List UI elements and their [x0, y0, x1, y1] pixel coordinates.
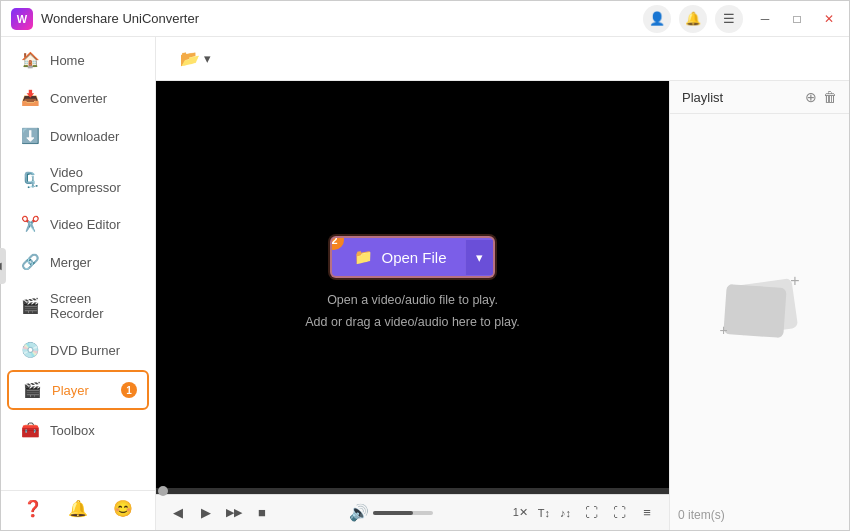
sidebar-item-toolbox-label: Toolbox — [50, 423, 95, 438]
add-files-arrow: ▾ — [204, 51, 211, 66]
bell-icon[interactable]: 🔔 — [679, 5, 707, 33]
toolbar: 📂 ▾ — [156, 37, 849, 81]
folder-icon: 📁 — [354, 248, 373, 266]
home-icon: 🏠 — [21, 51, 40, 69]
editor-icon: ✂️ — [21, 215, 40, 233]
open-file-dropdown[interactable]: ▾ — [465, 240, 493, 275]
progress-bar[interactable] — [156, 488, 669, 494]
app-logo: W — [11, 8, 33, 30]
open-file-label: Open File — [381, 249, 446, 266]
forward-button[interactable]: ▶▶ — [222, 501, 246, 525]
dropdown-arrow-icon: ▾ — [476, 250, 483, 265]
sidebar-item-converter[interactable]: 📥 Converter — [7, 80, 149, 116]
sidebar-item-recorder-label: Screen Recorder — [50, 291, 135, 321]
sidebar-item-home[interactable]: 🏠 Home — [7, 42, 149, 78]
sidebar: 🏠 Home 📥 Converter ⬇️ Downloader 🗜️ Vide… — [1, 37, 156, 530]
sidebar-item-player[interactable]: 🎬 Player 1 — [7, 370, 149, 410]
player-badge: 1 — [121, 382, 137, 398]
volume-area: 🔊 — [349, 503, 433, 522]
stop-button[interactable]: ■ — [250, 501, 274, 525]
player-icon: 🎬 — [23, 381, 42, 399]
sidebar-item-converter-label: Converter — [50, 91, 107, 106]
volume-fill — [373, 511, 413, 515]
sidebar-item-screen-recorder[interactable]: 🎬 Screen Recorder — [7, 282, 149, 330]
toolbox-icon: 🧰 — [21, 421, 40, 439]
add-files-button[interactable]: 📂 ▾ — [170, 44, 221, 73]
user-icon[interactable]: 👤 — [643, 5, 671, 33]
app-title: Wondershare UniConverter — [41, 11, 643, 26]
sidebar-item-downloader[interactable]: ⬇️ Downloader — [7, 118, 149, 154]
video-panel: 2 📁 Open File ▾ Open a video/audio file … — [156, 81, 669, 530]
more-options-button[interactable]: ≡ — [635, 501, 659, 525]
converter-icon: 📥 — [21, 89, 40, 107]
sidebar-item-compressor-label: Video Compressor — [50, 165, 135, 195]
sidebar-item-downloader-label: Downloader — [50, 129, 119, 144]
recorder-icon: 🎬 — [21, 297, 40, 315]
empty-card-2 — [723, 284, 786, 338]
sidebar-item-merger[interactable]: 🔗 Merger — [7, 244, 149, 280]
video-main: 2 📁 Open File ▾ Open a video/audio file … — [156, 81, 669, 488]
video-hint: Open a video/audio file to play. Add or … — [305, 290, 520, 333]
sidebar-item-home-label: Home — [50, 53, 85, 68]
fullscreen-button[interactable]: ⛶ — [607, 501, 631, 525]
playlist-title: Playlist — [682, 90, 723, 105]
volume-slider[interactable] — [373, 511, 433, 515]
player-area: 2 📁 Open File ▾ Open a video/audio file … — [156, 81, 849, 530]
dvd-icon: 💿 — [21, 341, 40, 359]
volume-icon[interactable]: 🔊 — [349, 503, 369, 522]
playlist-count: 0 item(s) — [670, 500, 849, 530]
maximize-button[interactable]: □ — [787, 9, 807, 29]
sidebar-bottom: ❓ 🔔 😊 — [1, 490, 155, 526]
track-control[interactable]: T↕ — [534, 505, 554, 521]
speed-controls: 1✕ T↕ ♪↕ — [509, 504, 575, 521]
titlebar-icon-group: 👤 🔔 ☰ ─ □ ✕ — [643, 5, 839, 33]
hint-line1: Open a video/audio file to play. — [305, 290, 520, 311]
open-file-button[interactable]: 2 📁 Open File ▾ — [330, 236, 494, 278]
sidebar-item-merger-label: Merger — [50, 255, 91, 270]
playlist-delete-icon[interactable]: 🗑 — [823, 89, 837, 105]
notification-icon[interactable]: 🔔 — [68, 499, 88, 518]
sidebar-item-editor-label: Video Editor — [50, 217, 121, 232]
open-file-main: 📁 Open File — [332, 238, 464, 276]
main-content: 🏠 Home 📥 Converter ⬇️ Downloader 🗜️ Vide… — [1, 37, 849, 530]
right-panel: 📂 ▾ 2 📁 Open File — [156, 37, 849, 530]
playlist-panel: ◀ Playlist ⊕ 🗑 + + — [669, 81, 849, 530]
menu-icon[interactable]: ☰ — [715, 5, 743, 33]
controls-bar: ◀ ▶ ▶▶ ■ 🔊 1✕ — [156, 494, 669, 530]
minimize-button[interactable]: ─ — [755, 9, 775, 29]
playlist-icon-group: ⊕ 🗑 — [805, 89, 837, 105]
audio-control[interactable]: ♪↕ — [556, 505, 575, 521]
logo-text: W — [17, 13, 27, 25]
playlist-header: Playlist ⊕ 🗑 — [670, 81, 849, 114]
merger-icon: 🔗 — [21, 253, 40, 271]
compressor-icon: 🗜️ — [21, 171, 40, 189]
rewind-button[interactable]: ◀ — [166, 501, 190, 525]
sidebar-item-dvd-burner[interactable]: 💿 DVD Burner — [7, 332, 149, 368]
playback-speed[interactable]: 1✕ — [509, 504, 532, 521]
progress-thumb — [158, 486, 168, 496]
sidebar-item-dvd-label: DVD Burner — [50, 343, 120, 358]
playlist-empty: + + — [670, 114, 849, 500]
downloader-icon: ⬇️ — [21, 127, 40, 145]
help-icon[interactable]: ❓ — [23, 499, 43, 518]
add-files-icon: 📂 — [180, 49, 200, 68]
close-button[interactable]: ✕ — [819, 9, 839, 29]
sidebar-item-player-label: Player — [52, 383, 89, 398]
plus-top-icon: + — [790, 272, 799, 290]
empty-art: + + — [720, 272, 800, 342]
titlebar: W Wondershare UniConverter 👤 🔔 ☰ ─ □ ✕ — [1, 1, 849, 37]
playlist-add-icon[interactable]: ⊕ — [805, 89, 817, 105]
hint-line2: Add or drag a video/audio here to play. — [305, 312, 520, 333]
feedback-icon[interactable]: 😊 — [113, 499, 133, 518]
play-button[interactable]: ▶ — [194, 501, 218, 525]
sidebar-item-toolbox[interactable]: 🧰 Toolbox — [7, 412, 149, 448]
sidebar-item-video-editor[interactable]: ✂️ Video Editor — [7, 206, 149, 242]
plus-bottom-icon: + — [720, 322, 728, 338]
app-window: W Wondershare UniConverter 👤 🔔 ☰ ─ □ ✕ 🏠… — [0, 0, 850, 531]
sidebar-item-video-compressor[interactable]: 🗜️ Video Compressor — [7, 156, 149, 204]
screenshot-button[interactable]: ⛶ — [579, 501, 603, 525]
